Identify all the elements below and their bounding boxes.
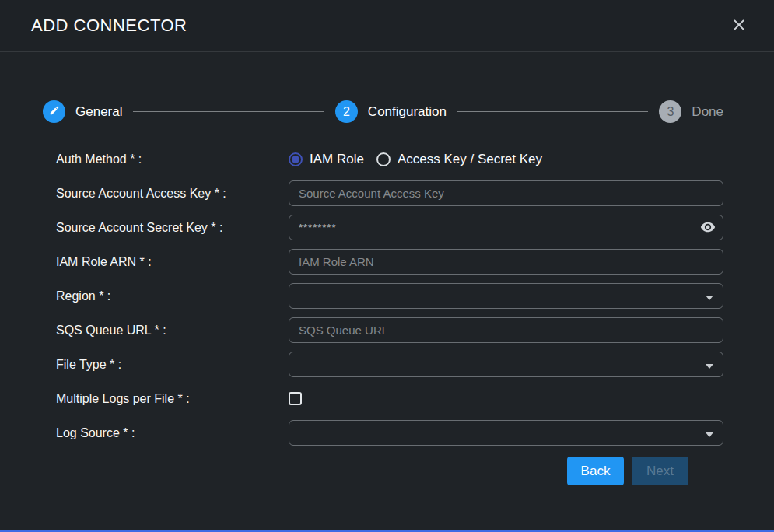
auth-method-label: Auth Method * : xyxy=(56,152,289,166)
region-label: Region * : xyxy=(56,289,289,303)
back-button[interactable]: Back xyxy=(567,457,624,485)
form-row-source-account-secret-key: Source Account Secret Key * : xyxy=(56,215,723,240)
form-row-iam-role-arn: IAM Role ARN * : xyxy=(56,249,723,275)
radio-iam-role[interactable]: IAM Role xyxy=(289,152,364,167)
page-title: ADD CONNECTOR xyxy=(31,16,187,36)
radio-iam-role-label: IAM Role xyxy=(310,152,364,167)
sqs-queue-url-input[interactable] xyxy=(289,317,723,343)
form-row-source-account-access-key: Source Account Access Key * : xyxy=(56,180,723,206)
stepper-connector-line xyxy=(457,111,648,112)
close-button[interactable] xyxy=(729,16,749,36)
radio-access-key-label: Access Key / Secret Key xyxy=(398,152,542,167)
wizard-stepper: General 2 Configuration 3 Done xyxy=(43,100,723,123)
file-type-select[interactable] xyxy=(289,352,723,377)
close-icon xyxy=(731,17,747,35)
source-account-access-key-label: Source Account Access Key * : xyxy=(56,187,289,201)
region-select[interactable] xyxy=(289,283,723,309)
source-account-secret-key-label: Source Account Secret Key * : xyxy=(56,221,289,235)
eye-icon xyxy=(700,219,716,237)
next-button[interactable]: Next xyxy=(632,457,688,485)
log-source-label: Log Source * : xyxy=(56,426,289,440)
source-account-secret-key-input[interactable] xyxy=(289,215,723,240)
toggle-password-visibility-button[interactable] xyxy=(700,219,716,237)
form-row-log-source: Log Source * : xyxy=(56,420,723,446)
form-row-sqs-queue-url: SQS Queue URL * : xyxy=(56,317,723,343)
radio-selected-icon[interactable] xyxy=(289,152,303,166)
step-done-label: Done xyxy=(692,104,723,120)
form-row-region: Region * : xyxy=(56,283,723,309)
step-configuration-circle: 2 xyxy=(335,100,358,123)
step-general[interactable]: General xyxy=(43,100,122,123)
auth-method-radio-group: IAM Role Access Key / Secret Key xyxy=(289,152,555,167)
form-row-multiple-logs-per-file: Multiple Logs per File * : xyxy=(56,386,723,411)
source-account-access-key-input[interactable] xyxy=(289,180,723,206)
chevron-down-icon xyxy=(706,426,713,440)
step-general-circle xyxy=(43,100,65,123)
wizard-footer: Back Next xyxy=(56,457,688,485)
form-row-file-type: File Type * : xyxy=(56,352,723,377)
chevron-down-icon xyxy=(706,289,713,303)
iam-role-arn-input[interactable] xyxy=(289,249,723,275)
radio-access-key-secret-key[interactable]: Access Key / Secret Key xyxy=(376,152,542,167)
step-configuration[interactable]: 2 Configuration xyxy=(335,100,447,123)
pencil-icon xyxy=(49,105,60,119)
multiple-logs-per-file-label: Multiple Logs per File * : xyxy=(56,392,289,406)
radio-unselected-icon[interactable] xyxy=(376,152,391,166)
chevron-down-icon xyxy=(706,358,713,372)
stepper-connector-line xyxy=(133,111,324,112)
step-configuration-label: Configuration xyxy=(368,104,447,120)
multiple-logs-per-file-checkbox[interactable] xyxy=(289,392,302,405)
form-row-auth-method: Auth Method * : IAM Role Access Key / Se… xyxy=(56,146,723,172)
modal-header: ADD CONNECTOR xyxy=(0,0,774,52)
connector-config-form: Auth Method * : IAM Role Access Key / Se… xyxy=(56,146,723,485)
iam-role-arn-label: IAM Role ARN * : xyxy=(56,255,289,269)
file-type-label: File Type * : xyxy=(56,358,289,372)
step-general-label: General xyxy=(75,104,122,120)
log-source-select[interactable] xyxy=(289,420,723,446)
step-done: 3 Done xyxy=(659,100,723,123)
step-done-circle: 3 xyxy=(659,100,681,123)
sqs-queue-url-label: SQS Queue URL * : xyxy=(56,324,289,338)
